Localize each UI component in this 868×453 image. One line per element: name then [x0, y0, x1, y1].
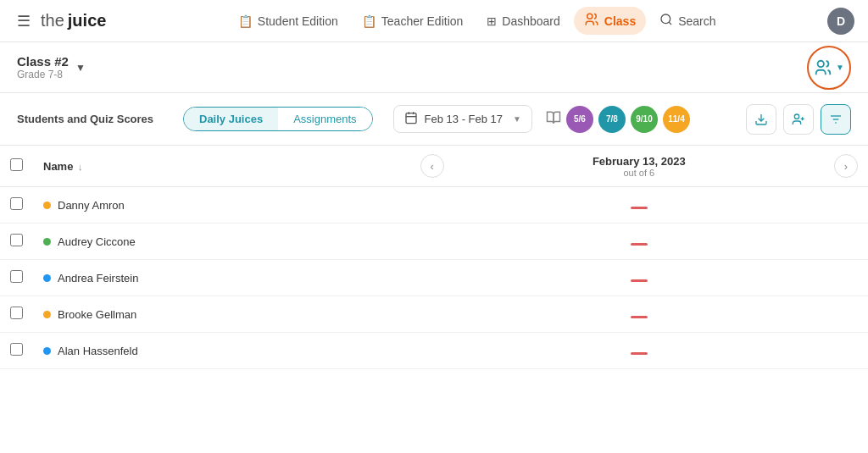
grade-badge-56-label: 5/6	[574, 114, 586, 124]
row-checkbox-cell	[0, 187, 33, 224]
status-dot-1	[43, 238, 51, 246]
table-row: Danny Amron	[0, 187, 868, 224]
table-row: Alan Hassenfeld	[0, 333, 868, 369]
row-checkbox-cell	[0, 224, 33, 260]
student-name-cell-4: Alan Hassenfeld	[33, 333, 410, 369]
score-cell-0	[454, 187, 824, 224]
date-dropdown-arrow: ▼	[513, 114, 521, 124]
toolbar: Students and Quiz Scores Daily Juices As…	[0, 93, 868, 146]
date-picker[interactable]: Feb 13 - Feb 17 ▼	[393, 105, 532, 133]
tab-assignments[interactable]: Assignments	[278, 108, 371, 130]
prev-date-button[interactable]: ‹	[420, 154, 444, 178]
calendar-icon	[404, 111, 418, 127]
manage-students-button[interactable]: ▼	[807, 46, 851, 90]
download-button[interactable]	[746, 104, 776, 135]
class-selector[interactable]: Class #2 Grade 7-8 ▼	[17, 54, 86, 80]
date-column-sub: out of 6	[465, 168, 814, 178]
date-column-header: February 13, 2023 out of 6	[454, 146, 824, 187]
search-icon	[659, 13, 673, 29]
student-name-1[interactable]: Audrey Ciccone	[58, 235, 136, 248]
class-label: Class	[604, 14, 636, 28]
spacer-2	[410, 260, 454, 296]
user-dropdown-arrow: ▼	[836, 63, 844, 72]
student-name-2[interactable]: Andrea Feirstein	[58, 272, 138, 285]
status-dot-0	[43, 202, 51, 209]
spacer-1	[410, 224, 454, 260]
select-all-checkbox[interactable]	[10, 158, 23, 171]
spacer-3	[410, 296, 454, 333]
logo: thejuice	[41, 11, 106, 30]
class-bar: Class #2 Grade 7-8 ▼ ▼	[0, 42, 868, 93]
svg-rect-4	[406, 113, 416, 124]
student-name-3[interactable]: Brooke Gellman	[58, 308, 136, 321]
student-name-cell-0: Danny Amron	[33, 187, 410, 224]
student-name-cell-1: Audrey Ciccone	[33, 224, 410, 260]
grade-badge-56[interactable]: 5/6	[566, 106, 593, 133]
score-cell-1	[454, 224, 824, 260]
svg-point-0	[587, 14, 593, 19]
row-checkbox-cell	[0, 296, 33, 333]
row-checkbox-cell	[0, 333, 33, 369]
student-name-0[interactable]: Danny Amron	[58, 199, 125, 212]
score-cell-4	[454, 333, 824, 369]
row-checkbox-3[interactable]	[10, 307, 23, 319]
add-student-button[interactable]	[783, 104, 814, 135]
select-all-header	[0, 146, 33, 187]
score-dash-4	[631, 352, 648, 355]
filter-button[interactable]	[821, 104, 851, 135]
logo-the: the	[41, 11, 64, 30]
grade-badge-114-label: 11/4	[668, 114, 684, 124]
table-header-row: Name ↓ ‹ February 13, 2023 out of 6 ›	[0, 146, 868, 187]
class-name: Class #2	[17, 54, 69, 69]
table-row: Brooke Gellman	[0, 296, 868, 333]
score-dash-1	[631, 243, 648, 246]
row-checkbox-4[interactable]	[10, 343, 23, 356]
spacer-end-2	[824, 260, 868, 296]
row-checkbox-0[interactable]	[10, 197, 23, 210]
logo-juice: juice	[68, 11, 107, 30]
student-edition-label: Student Edition	[258, 14, 338, 28]
avatar[interactable]: D	[827, 8, 854, 35]
prev-nav-header: ‹	[410, 146, 454, 187]
student-rows: Danny Amron Audrey Ciccone	[0, 187, 868, 369]
nav-class[interactable]: Class	[574, 7, 646, 35]
tab-daily-juices[interactable]: Daily Juices	[184, 108, 278, 130]
student-name-cell-3: Brooke Gellman	[33, 296, 410, 333]
score-cell-3	[454, 296, 824, 333]
nav-dashboard[interactable]: ⊞ Dashboard	[476, 9, 570, 33]
class-dropdown-arrow: ▼	[75, 62, 86, 74]
row-checkbox-1[interactable]	[10, 234, 23, 246]
row-checkbox-2[interactable]	[10, 270, 23, 283]
toolbar-actions	[746, 104, 851, 135]
nav-teacher-edition[interactable]: 📋 Teacher Edition	[352, 9, 474, 33]
grade-badge-114[interactable]: 11/4	[663, 106, 690, 133]
hamburger-menu[interactable]: ☰	[14, 8, 34, 34]
spacer-end-4	[824, 333, 868, 369]
grade-badge-910[interactable]: 9/10	[631, 106, 658, 133]
grade-badges: 5/6 7/8 9/10 11/4	[546, 106, 690, 133]
svg-point-3	[818, 60, 824, 66]
next-date-button[interactable]: ›	[834, 154, 858, 178]
table-row: Audrey Ciccone	[0, 224, 868, 260]
grade-badge-910-label: 9/10	[636, 114, 652, 124]
status-dot-2	[43, 274, 51, 282]
class-bar-right: ▼	[807, 46, 851, 90]
nav-search[interactable]: Search	[649, 8, 726, 34]
date-range-text: Feb 13 - Feb 17	[425, 113, 504, 125]
score-dash-2	[631, 279, 648, 282]
spacer-0	[410, 187, 454, 224]
teacher-edition-label: Teacher Edition	[381, 14, 464, 28]
sort-arrow: ↓	[78, 162, 83, 172]
nav-items: 📋 Student Edition 📋 Teacher Edition ⊞ Da…	[133, 7, 821, 35]
score-dash-0	[631, 207, 648, 209]
scores-table: Name ↓ ‹ February 13, 2023 out of 6 ›	[0, 146, 868, 369]
row-checkbox-cell	[0, 260, 33, 296]
grade-badge-78[interactable]: 7/8	[598, 106, 626, 133]
name-column-header[interactable]: Name ↓	[33, 146, 410, 187]
dashboard-icon: ⊞	[487, 14, 497, 28]
next-nav-header: ›	[824, 146, 868, 187]
nav-student-edition[interactable]: 📋 Student Edition	[228, 9, 348, 33]
dashboard-label: Dashboard	[502, 14, 560, 28]
class-icon	[584, 12, 599, 30]
student-name-4[interactable]: Alan Hassenfeld	[58, 345, 138, 357]
